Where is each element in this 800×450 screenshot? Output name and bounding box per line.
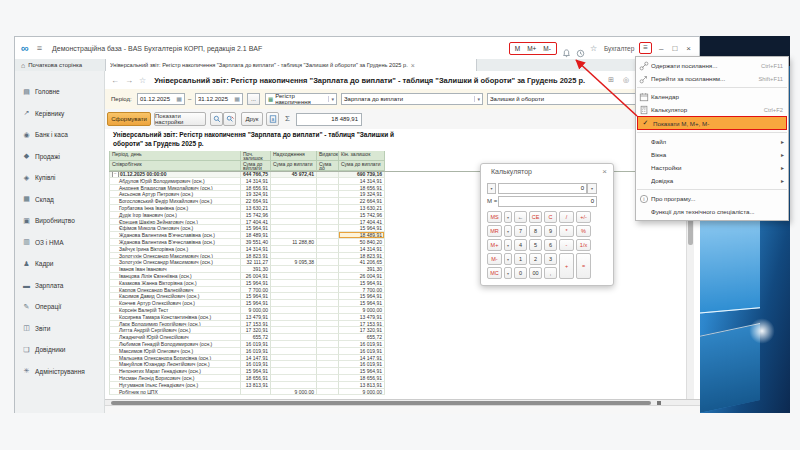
- table-cell[interactable]: 17 404,41: [339, 219, 385, 226]
- calculator-memory-field[interactable]: 0: [498, 196, 597, 207]
- table-cell[interactable]: Любимов Генадій Володимирович (осн.): [109, 341, 241, 348]
- sidebar-item-оз-і-нма[interactable]: ▥ОЗ і НМА: [15, 232, 104, 254]
- calc-key-2[interactable]: 2: [529, 253, 542, 265]
- table-cell[interactable]: Богословський Федір Михайлович (осн.): [109, 198, 241, 205]
- table-cell[interactable]: Золотухін Олександр Максимович (осн.): [109, 259, 241, 266]
- table-cell[interactable]: 32 111,27: [241, 259, 271, 266]
- table-cell[interactable]: 45 972,41: [271, 171, 317, 178]
- table-cell[interactable]: 391,30: [241, 266, 271, 273]
- sidebar-item-зарплата[interactable]: ▬Зарплата: [15, 275, 104, 297]
- menu-item-функції-для-технічного-спеціаліста-[interactable]: Функції для технічного спеціаліста...: [636, 205, 788, 218]
- table-cell[interactable]: 13 813,91: [241, 382, 271, 389]
- table-cell[interactable]: [317, 293, 339, 300]
- table-cell[interactable]: 17 320,91: [241, 327, 271, 334]
- show-settings-button[interactable]: Показати настройки: [154, 112, 206, 126]
- table-cell[interactable]: 14 314,91: [339, 246, 385, 253]
- table-cell[interactable]: 15 964,91: [339, 225, 385, 232]
- table-cell[interactable]: [317, 375, 339, 382]
- calc-key-1xx[interactable]: 1/x: [576, 239, 591, 251]
- table-cell[interactable]: 9 000,00: [339, 389, 385, 396]
- table-cell[interactable]: [271, 232, 317, 239]
- calc-key-Mx[interactable]: M+: [487, 239, 502, 251]
- menu-item-показати-м-м-м-[interactable]: ✓Показати М, М+, М-: [637, 116, 787, 130]
- search-next-button[interactable]: [223, 112, 236, 126]
- table-row[interactable]: Карпов Олександр Валерійович7 700,007 70…: [109, 287, 385, 294]
- favorites-star-icon[interactable]: ☆: [590, 44, 599, 53]
- table-cell[interactable]: [271, 219, 317, 226]
- table-cell[interactable]: 15 742,96: [241, 212, 271, 219]
- table-cell[interactable]: Ларк Володимир Георгійович (осн.): [109, 321, 241, 328]
- sidebar-item-кадри[interactable]: ♟Кадри: [15, 253, 104, 275]
- table-cell[interactable]: Абдулов Юрій Володимирович (осн.): [109, 178, 241, 185]
- table-cell[interactable]: [317, 273, 339, 280]
- table-cell[interactable]: 18 656,91: [339, 375, 385, 382]
- table-cell[interactable]: 18 656,91: [241, 375, 271, 382]
- sidebar-item-керівнику[interactable]: ↗Керівнику: [15, 103, 104, 125]
- calc-key-x[interactable]: %: [576, 225, 591, 237]
- table-cell[interactable]: [271, 273, 317, 280]
- table-cell[interactable]: 15 964,91: [339, 368, 385, 375]
- table-cell[interactable]: Горбатова Інна Іванівна (осн.): [109, 205, 241, 212]
- calc-key-8[interactable]: 8: [529, 225, 542, 237]
- table-cell[interactable]: 17 320,91: [339, 327, 385, 334]
- calc-key-6[interactable]: 6: [544, 239, 557, 251]
- calc-key-5[interactable]: 5: [529, 239, 542, 251]
- sidebar-item-продажі[interactable]: ◆Продажі: [15, 146, 104, 168]
- table-cell[interactable]: [271, 253, 317, 260]
- table-cell[interactable]: [271, 321, 317, 328]
- table-cell[interactable]: 9 000,00: [241, 307, 271, 314]
- sidebar-item-звіти[interactable]: ◫Звіти: [15, 318, 104, 340]
- calc-key-1[interactable]: 1: [514, 253, 527, 265]
- table-row[interactable]: Касимов Давид Олексійович (осн.)15 964,9…: [109, 293, 385, 300]
- table-cell[interactable]: 15 964,91: [339, 300, 385, 307]
- table-cell[interactable]: [317, 389, 339, 396]
- table-cell[interactable]: Мануйлов Юхандар Леонтійович (осн.): [109, 361, 241, 368]
- table-row[interactable]: Кончев Артур Олексійович (осн.)15 964,91…: [109, 300, 385, 307]
- table-cell[interactable]: 15 964,91: [339, 293, 385, 300]
- table-cell[interactable]: 18 656,91: [339, 185, 385, 192]
- minimize-button[interactable]: –: [657, 44, 665, 53]
- table-row[interactable]: Єфімов Микола Олегович (осн.)15 964,9115…: [109, 225, 385, 232]
- table-cell[interactable]: 644 766,75: [241, 171, 271, 178]
- table-cell[interactable]: 16 019,91: [241, 361, 271, 368]
- table-row[interactable]: Зайчук Ірина Вікторівна (осн.)14 314,911…: [109, 246, 385, 253]
- table-cell[interactable]: Карпов Олександр Валерійович: [109, 287, 241, 294]
- form-help-icon[interactable]: ◎: [623, 76, 629, 84]
- sidebar-item-банк-і-каса[interactable]: ◉Банк і каса: [15, 124, 104, 146]
- table-cell[interactable]: [317, 287, 339, 294]
- calc-key-x[interactable]: -: [559, 239, 574, 251]
- table-cell[interactable]: [317, 219, 339, 226]
- table-cell[interactable]: Єфімов Микола Олегович (осн.): [109, 225, 241, 232]
- table-cell[interactable]: 16 019,91: [241, 348, 271, 355]
- calc-key-MR[interactable]: MR: [487, 225, 502, 237]
- calc-key-7[interactable]: 7: [514, 225, 527, 237]
- table-cell[interactable]: [317, 348, 339, 355]
- table-row[interactable]: Дудік Ігор Іванович (осн.)15 742,9615 74…: [109, 212, 385, 219]
- calc-key-x[interactable]: =: [576, 253, 591, 279]
- table-cell[interactable]: [317, 321, 339, 328]
- menu-item-про-програму-[interactable]: iПро програму...: [636, 192, 788, 205]
- table-row[interactable]: Любимов Генадій Володимирович (осн.)16 0…: [109, 341, 385, 348]
- table-cell[interactable]: [271, 287, 317, 294]
- table-cell[interactable]: 14 314,91: [241, 246, 271, 253]
- table-row[interactable]: Іванцова Лілія Євгеніївна (осн.)26 004,9…: [109, 273, 385, 280]
- sidebar-item-операції[interactable]: ✎Операції: [15, 296, 104, 318]
- table-row[interactable]: Горбатова Інна Іванівна (осн.)13 630,211…: [109, 205, 385, 212]
- table-cell[interactable]: 15 964,91: [241, 280, 271, 287]
- table-row[interactable]: Абдулов Юрій Володимирович (осн.)14 314,…: [109, 178, 385, 185]
- tab-close-icon[interactable]: ×: [411, 62, 415, 69]
- table-cell[interactable]: 19 324,91: [339, 191, 385, 198]
- table-cell[interactable]: [317, 280, 339, 287]
- table-cell[interactable]: 18 656,91: [241, 185, 271, 192]
- table-cell[interactable]: [317, 171, 339, 178]
- table-cell[interactable]: [317, 266, 339, 273]
- table-cell[interactable]: [271, 280, 317, 287]
- hamburger-icon[interactable]: ≡: [37, 43, 42, 53]
- preview-icon[interactable]: a: [266, 112, 279, 126]
- table-cell[interactable]: [271, 361, 317, 368]
- table-cell[interactable]: [271, 327, 317, 334]
- maximize-button[interactable]: □: [670, 44, 679, 53]
- table-cell[interactable]: [271, 178, 317, 185]
- table-cell[interactable]: 9 000,00: [271, 389, 317, 396]
- table-cell[interactable]: [271, 185, 317, 192]
